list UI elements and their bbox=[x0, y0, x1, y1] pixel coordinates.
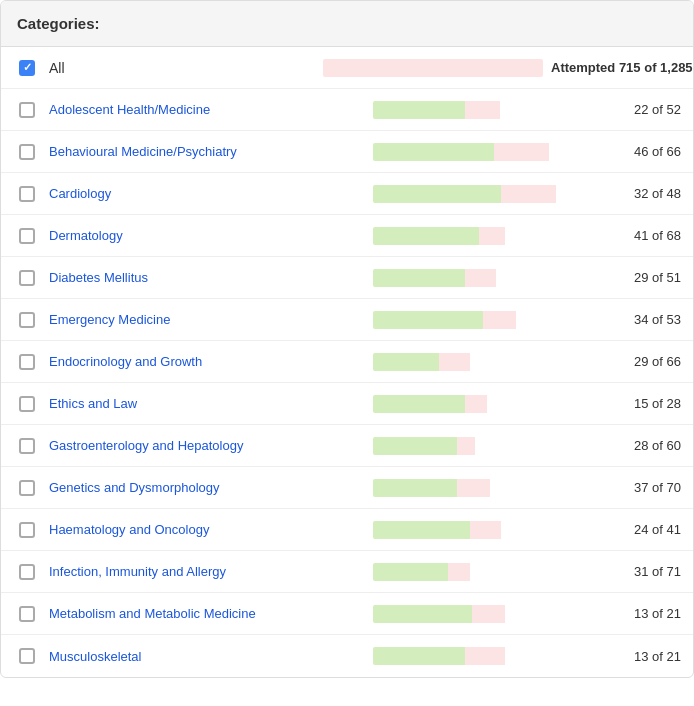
all-label[interactable]: All bbox=[41, 60, 323, 76]
category-row: Ethics and Law 15 of 28 bbox=[1, 383, 693, 425]
bar-area-2 bbox=[373, 185, 593, 203]
category-row: Cardiology 32 of 48 bbox=[1, 173, 693, 215]
checkbox-area-11[interactable] bbox=[13, 564, 41, 580]
bar-green-8 bbox=[373, 437, 457, 455]
checkbox-area-3[interactable] bbox=[13, 228, 41, 244]
checkbox-area-9[interactable] bbox=[13, 480, 41, 496]
bar-pink-1 bbox=[494, 143, 549, 161]
bar-pink-13 bbox=[465, 647, 505, 665]
count-11: 31 of 71 bbox=[601, 564, 681, 579]
bar-pink-7 bbox=[465, 395, 487, 413]
checkbox-7[interactable] bbox=[19, 396, 35, 412]
checkbox-0[interactable] bbox=[19, 102, 35, 118]
bar-13 bbox=[373, 647, 593, 665]
all-bar bbox=[323, 59, 543, 77]
bar-pink-4 bbox=[465, 269, 496, 287]
count-2: 32 of 48 bbox=[601, 186, 681, 201]
bar-green-0 bbox=[373, 101, 465, 119]
category-label-5[interactable]: Emergency Medicine bbox=[41, 312, 373, 327]
category-row: Endocrinology and Growth 29 of 66 bbox=[1, 341, 693, 383]
checkbox-area-0[interactable] bbox=[13, 102, 41, 118]
bar-area-7 bbox=[373, 395, 593, 413]
bar-pink-9 bbox=[457, 479, 490, 497]
category-label-8[interactable]: Gastroenterology and Hepatology bbox=[41, 438, 373, 453]
count-7: 15 of 28 bbox=[601, 396, 681, 411]
checkbox-area-2[interactable] bbox=[13, 186, 41, 202]
category-label-2[interactable]: Cardiology bbox=[41, 186, 373, 201]
category-label-11[interactable]: Infection, Immunity and Allergy bbox=[41, 564, 373, 579]
checkbox-13[interactable] bbox=[19, 648, 35, 664]
count-9: 37 of 70 bbox=[601, 480, 681, 495]
all-bar-area bbox=[323, 59, 543, 77]
bar-8 bbox=[373, 437, 593, 455]
bar-green-13 bbox=[373, 647, 465, 665]
category-row: Gastroenterology and Hepatology 28 of 60 bbox=[1, 425, 693, 467]
count-8: 28 of 60 bbox=[601, 438, 681, 453]
bar-area-3 bbox=[373, 227, 593, 245]
category-label-4[interactable]: Diabetes Mellitus bbox=[41, 270, 373, 285]
bar-10 bbox=[373, 521, 593, 539]
bar-area-4 bbox=[373, 269, 593, 287]
bar-2 bbox=[373, 185, 593, 203]
checkbox-area-10[interactable] bbox=[13, 522, 41, 538]
bar-pink-8 bbox=[457, 437, 475, 455]
checkbox-8[interactable] bbox=[19, 438, 35, 454]
checkbox-area-13[interactable] bbox=[13, 648, 41, 664]
all-checkbox-area[interactable] bbox=[13, 60, 41, 76]
bar-pink-5 bbox=[483, 311, 516, 329]
bar-green-6 bbox=[373, 353, 439, 371]
category-row: Adolescent Health/Medicine 22 of 52 bbox=[1, 89, 693, 131]
category-label-12[interactable]: Metabolism and Metabolic Medicine bbox=[41, 606, 373, 621]
checkbox-area-8[interactable] bbox=[13, 438, 41, 454]
checkbox-12[interactable] bbox=[19, 606, 35, 622]
bar-pink-0 bbox=[465, 101, 500, 119]
bar-green-10 bbox=[373, 521, 470, 539]
bar-12 bbox=[373, 605, 593, 623]
checkbox-area-1[interactable] bbox=[13, 144, 41, 160]
checkbox-area-5[interactable] bbox=[13, 312, 41, 328]
bar-area-5 bbox=[373, 311, 593, 329]
bar-green-7 bbox=[373, 395, 465, 413]
bar-area-0 bbox=[373, 101, 593, 119]
checkbox-6[interactable] bbox=[19, 354, 35, 370]
bar-area-1 bbox=[373, 143, 593, 161]
bar-green-5 bbox=[373, 311, 483, 329]
category-label-6[interactable]: Endocrinology and Growth bbox=[41, 354, 373, 369]
checkbox-area-4[interactable] bbox=[13, 270, 41, 286]
category-label-13[interactable]: Musculoskeletal bbox=[41, 649, 373, 664]
bar-1 bbox=[373, 143, 593, 161]
checkbox-area-7[interactable] bbox=[13, 396, 41, 412]
category-label-7[interactable]: Ethics and Law bbox=[41, 396, 373, 411]
category-row: Haematology and Oncology 24 of 41 bbox=[1, 509, 693, 551]
category-label-0[interactable]: Adolescent Health/Medicine bbox=[41, 102, 373, 117]
bar-11 bbox=[373, 563, 593, 581]
count-12: 13 of 21 bbox=[601, 606, 681, 621]
bar-pink-10 bbox=[470, 521, 501, 539]
category-list: Adolescent Health/Medicine 22 of 52 Beha… bbox=[1, 89, 693, 677]
checkbox-1[interactable] bbox=[19, 144, 35, 160]
checkbox-4[interactable] bbox=[19, 270, 35, 286]
bar-pink-3 bbox=[479, 227, 505, 245]
bar-green-1 bbox=[373, 143, 494, 161]
categories-panel: Categories: All Attempted 715 of 1,285 A… bbox=[0, 0, 694, 678]
checkbox-5[interactable] bbox=[19, 312, 35, 328]
category-row: Dermatology 41 of 68 bbox=[1, 215, 693, 257]
category-label-1[interactable]: Behavioural Medicine/Psychiatry bbox=[41, 144, 373, 159]
checkbox-9[interactable] bbox=[19, 480, 35, 496]
category-label-3[interactable]: Dermatology bbox=[41, 228, 373, 243]
all-checkbox[interactable] bbox=[19, 60, 35, 76]
bar-green-9 bbox=[373, 479, 457, 497]
category-label-10[interactable]: Haematology and Oncology bbox=[41, 522, 373, 537]
checkbox-area-12[interactable] bbox=[13, 606, 41, 622]
bar-area-8 bbox=[373, 437, 593, 455]
checkbox-2[interactable] bbox=[19, 186, 35, 202]
checkbox-10[interactable] bbox=[19, 522, 35, 538]
checkbox-11[interactable] bbox=[19, 564, 35, 580]
category-label-9[interactable]: Genetics and Dysmorphology bbox=[41, 480, 373, 495]
bar-6 bbox=[373, 353, 593, 371]
checkbox-3[interactable] bbox=[19, 228, 35, 244]
panel-header: Categories: bbox=[1, 1, 693, 47]
count-1: 46 of 66 bbox=[601, 144, 681, 159]
checkbox-area-6[interactable] bbox=[13, 354, 41, 370]
bar-area-6 bbox=[373, 353, 593, 371]
